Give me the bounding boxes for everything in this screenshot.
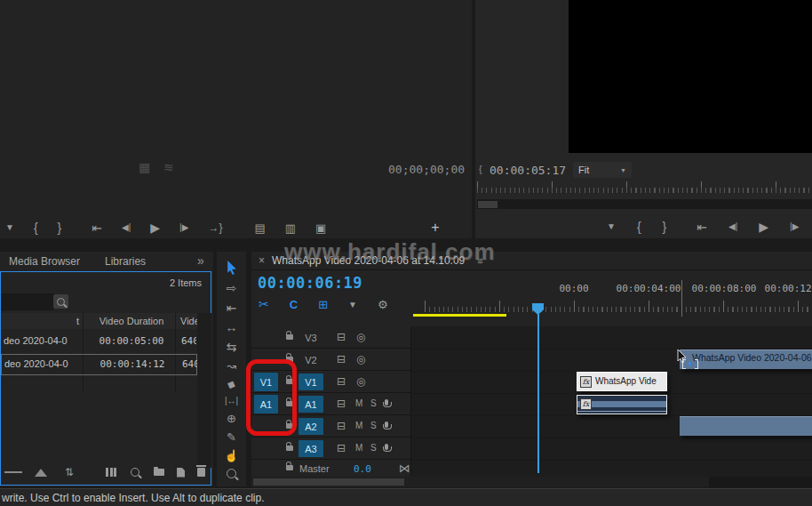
tab-media-browser[interactable]: Media Browser <box>9 255 80 268</box>
fit-sequence-icon[interactable]: ⋈ <box>399 462 410 474</box>
track-output-icon[interactable]: ⊟ <box>337 398 346 409</box>
new-bin-icon[interactable] <box>154 469 164 476</box>
rolling-edit-tool-icon[interactable]: ↔ <box>226 321 238 333</box>
search-button[interactable] <box>53 294 68 309</box>
razor-tool-icon[interactable]: ◆ <box>226 378 237 390</box>
button-editor-add-button[interactable]: + <box>431 221 439 235</box>
nest-toggle-icon[interactable]: ✂ <box>259 297 269 311</box>
play-button[interactable]: ▶ <box>759 221 768 233</box>
hand-tool-icon[interactable]: ☝ <box>224 450 238 462</box>
track-output-icon[interactable]: ⊟ <box>337 332 346 342</box>
track-label-v2[interactable]: V2 <box>299 351 323 368</box>
step-forward-button[interactable]: |▶ <box>790 222 799 231</box>
timeline-scrollbar-thumb[interactable] <box>253 478 404 486</box>
column-header-framerate[interactable]: t <box>67 316 79 326</box>
program-scrollbar-thumb[interactable] <box>478 201 498 208</box>
tab-libraries[interactable]: Libraries <box>105 255 146 268</box>
track-output-icon[interactable]: ⊟ <box>337 421 346 431</box>
find-icon[interactable] <box>131 468 139 477</box>
track-select-forward-tool-icon[interactable]: ⇨ <box>227 282 237 294</box>
solo-button[interactable]: S <box>370 399 377 408</box>
lock-icon[interactable] <box>286 465 293 470</box>
go-to-out-button[interactable]: →} <box>208 222 222 233</box>
eye-icon[interactable]: ◎ <box>356 354 365 365</box>
timeline-settings-icon[interactable]: ⚙ <box>378 298 388 311</box>
zoom-level-select[interactable]: Fit ▼ <box>573 162 632 178</box>
track-label-a1[interactable]: A1 <box>299 396 323 413</box>
table-row[interactable]: deo 2020-04-0 00:00:05:00 640 <box>1 331 197 352</box>
timeline-clip-a1-selected[interactable]: fx <box>577 395 667 414</box>
thumbnail-zoom-slider[interactable] <box>4 471 22 473</box>
table-row-selected[interactable]: deo 2020-04-0 00:00:14:12 640 <box>1 354 197 375</box>
close-icon[interactable]: × <box>259 254 265 267</box>
add-marker-icon[interactable]: ▼ <box>348 300 357 309</box>
mark-in-button[interactable]: { <box>34 221 38 234</box>
track-label-v3[interactable]: V3 <box>299 329 323 346</box>
mute-button[interactable]: M <box>355 399 362 408</box>
step-back-button[interactable]: ◀| <box>728 222 737 231</box>
timeline-clip-v2[interactable]: WhatsApp Video 2020-04-06 at 14.10.09.mp… <box>680 349 812 369</box>
add-marker-button[interactable]: ▼ <box>5 223 14 232</box>
step-back-button[interactable]: ◀| <box>122 223 131 232</box>
program-timecode[interactable]: 00:00:05:17 <box>490 164 566 177</box>
voiceover-record-icon[interactable] <box>385 399 388 406</box>
program-scrollbar-track[interactable] <box>477 199 812 209</box>
slip-tool-icon[interactable]: |↔| <box>225 397 238 406</box>
thumbnail-size-icon[interactable] <box>35 469 47 477</box>
project-scrollbar[interactable] <box>197 313 211 468</box>
mark-out-button[interactable]: } <box>58 221 62 234</box>
track-label-a3[interactable]: A3 <box>299 440 323 457</box>
lock-icon[interactable] <box>286 334 293 340</box>
timeline-playhead-timecode[interactable]: 00:00:06:19 <box>258 274 362 292</box>
lock-icon[interactable] <box>286 446 293 451</box>
search-input[interactable] <box>1 293 54 310</box>
eye-icon[interactable]: ◎ <box>356 376 365 387</box>
delete-icon[interactable] <box>197 468 205 477</box>
track-label-v1[interactable]: V1 <box>299 373 323 390</box>
step-forward-button[interactable]: |▶ <box>179 223 188 232</box>
timeline-scrollbar-track[interactable] <box>251 477 812 487</box>
zoom-tool-icon[interactable] <box>227 469 236 478</box>
master-level-value[interactable]: 0.0 <box>354 463 371 475</box>
column-divider[interactable] <box>83 313 84 393</box>
track-output-icon[interactable]: ⊟ <box>337 443 346 454</box>
overwrite-button[interactable]: ▥ <box>285 222 296 234</box>
ripple-edit-tool-icon[interactable]: ⇤ <box>227 301 237 314</box>
go-to-in-button[interactable]: ⇤ <box>92 221 102 234</box>
automate-to-sequence-icon[interactable] <box>106 468 116 477</box>
voiceover-record-icon[interactable] <box>385 422 388 428</box>
selection-tool-icon[interactable] <box>226 261 238 275</box>
timeline-clip-v1-selected[interactable]: fx WhatsApp Vide <box>577 372 667 391</box>
mark-out-button[interactable]: } <box>663 221 667 233</box>
column-divider[interactable] <box>175 313 176 393</box>
program-mini-ruler[interactable] <box>477 188 812 193</box>
drag-video-only-icon[interactable]: ▦ <box>139 161 150 173</box>
pen-tool-icon[interactable]: ✎ <box>227 431 236 443</box>
sort-icon[interactable]: ⇅ <box>65 467 74 478</box>
track-output-icon[interactable]: ⊟ <box>337 354 346 365</box>
new-item-icon[interactable] <box>177 468 185 478</box>
eye-icon[interactable]: ◎ <box>356 332 365 342</box>
drag-audio-only-icon[interactable]: ≋ <box>163 161 174 173</box>
mute-button[interactable]: M <box>355 444 362 453</box>
solo-button[interactable]: S <box>370 422 377 430</box>
timeline-clip-a2[interactable] <box>680 416 812 436</box>
solo-button[interactable]: S <box>370 444 377 453</box>
export-frame-button[interactable]: ▣ <box>315 222 326 234</box>
column-header-video-duration[interactable]: Video Duration <box>90 316 173 326</box>
timeline-ruler[interactable]: 00:00 00:00:04:00 00:00:08:00 00:00:12:0… <box>410 269 812 317</box>
play-button[interactable]: ▶ <box>150 221 160 234</box>
linked-selection-icon[interactable]: ⊞ <box>318 298 328 311</box>
go-to-in-button[interactable]: ⇤ <box>697 221 707 233</box>
insert-button[interactable]: ▤ <box>254 222 265 234</box>
track-output-icon[interactable]: ⊟ <box>337 376 346 387</box>
tab-overflow-icon[interactable]: » <box>197 253 204 268</box>
mute-button[interactable]: M <box>355 422 362 430</box>
add-marker-button[interactable]: ▼ <box>607 222 616 231</box>
snap-icon[interactable]: C <box>290 298 298 311</box>
track-label-a2[interactable]: A2 <box>299 418 323 435</box>
voiceover-record-icon[interactable] <box>385 444 388 450</box>
remix-tool-icon[interactable]: ↝ <box>227 360 236 372</box>
slide-tool-icon[interactable]: ⊕ <box>227 413 236 424</box>
rate-stretch-tool-icon[interactable]: ⇆ <box>227 341 237 353</box>
